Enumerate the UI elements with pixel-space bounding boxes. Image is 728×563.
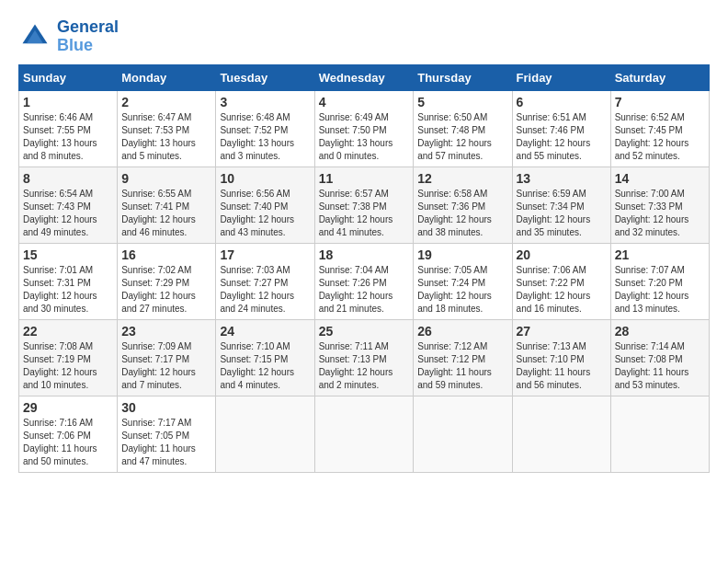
calendar-week-3: 15 Sunrise: 7:01 AMSunset: 7:31 PMDaylig… (19, 243, 710, 319)
calendar-header-row: SundayMondayTuesdayWednesdayThursdayFrid… (19, 64, 710, 90)
day-number: 18 (319, 247, 410, 262)
day-info: Sunrise: 6:58 AMSunset: 7:36 PMDaylight:… (417, 188, 507, 239)
day-number: 16 (121, 247, 211, 262)
day-info: Sunrise: 7:04 AMSunset: 7:26 PMDaylight:… (319, 264, 410, 316)
logo-icon (18, 20, 51, 53)
day-info: Sunrise: 7:02 AMSunset: 7:29 PMDaylight:… (121, 264, 211, 316)
calendar-cell: 1 Sunrise: 6:46 AMSunset: 7:55 PMDayligh… (19, 90, 118, 167)
calendar-cell: 18 Sunrise: 7:04 AMSunset: 7:26 PMDaylig… (314, 243, 414, 319)
col-header-wednesday: Wednesday (314, 64, 414, 90)
day-info: Sunrise: 7:07 AMSunset: 7:20 PMDaylight:… (615, 264, 705, 316)
day-info: Sunrise: 6:55 AMSunset: 7:41 PMDaylight:… (121, 188, 211, 239)
calendar-cell: 28 Sunrise: 7:14 AMSunset: 7:08 PMDaylig… (610, 319, 709, 396)
day-number: 11 (319, 171, 410, 186)
day-number: 23 (121, 324, 211, 339)
calendar-cell (414, 396, 512, 472)
day-number: 4 (319, 95, 410, 109)
day-info: Sunrise: 7:00 AMSunset: 7:33 PMDaylight:… (615, 188, 705, 239)
day-number: 25 (319, 324, 410, 339)
day-info: Sunrise: 6:52 AMSunset: 7:45 PMDaylight:… (615, 111, 705, 163)
calendar-cell: 22 Sunrise: 7:08 AMSunset: 7:19 PMDaylig… (19, 319, 118, 396)
day-number: 2 (121, 95, 211, 109)
day-info: Sunrise: 7:17 AMSunset: 7:05 PMDaylight:… (121, 417, 211, 468)
day-info: Sunrise: 7:01 AMSunset: 7:31 PMDaylight:… (23, 264, 113, 316)
calendar-cell: 30 Sunrise: 7:17 AMSunset: 7:05 PMDaylig… (118, 396, 216, 472)
day-info: Sunrise: 6:48 AMSunset: 7:52 PMDaylight:… (220, 111, 310, 163)
calendar-cell: 8 Sunrise: 6:54 AMSunset: 7:43 PMDayligh… (19, 167, 118, 243)
day-number: 13 (517, 171, 607, 186)
day-info: Sunrise: 6:46 AMSunset: 7:55 PMDaylight:… (23, 111, 113, 163)
day-info: Sunrise: 7:13 AMSunset: 7:10 PMDaylight:… (517, 340, 607, 392)
col-header-thursday: Thursday (414, 64, 512, 90)
calendar-week-1: 1 Sunrise: 6:46 AMSunset: 7:55 PMDayligh… (19, 90, 710, 167)
calendar-cell: 27 Sunrise: 7:13 AMSunset: 7:10 PMDaylig… (512, 319, 610, 396)
day-number: 21 (615, 247, 705, 262)
calendar-cell: 15 Sunrise: 7:01 AMSunset: 7:31 PMDaylig… (19, 243, 118, 319)
day-info: Sunrise: 7:16 AMSunset: 7:06 PMDaylight:… (23, 417, 113, 468)
calendar-cell: 10 Sunrise: 6:56 AMSunset: 7:40 PMDaylig… (216, 167, 314, 243)
calendar-cell: 11 Sunrise: 6:57 AMSunset: 7:38 PMDaylig… (314, 167, 414, 243)
day-number: 14 (615, 171, 705, 186)
page-header: General Blue (18, 18, 710, 55)
day-info: Sunrise: 6:59 AMSunset: 7:34 PMDaylight:… (517, 188, 607, 239)
calendar-cell: 3 Sunrise: 6:48 AMSunset: 7:52 PMDayligh… (216, 90, 314, 167)
day-number: 1 (23, 95, 113, 109)
calendar-cell: 14 Sunrise: 7:00 AMSunset: 7:33 PMDaylig… (610, 167, 709, 243)
calendar-week-4: 22 Sunrise: 7:08 AMSunset: 7:19 PMDaylig… (19, 319, 710, 396)
day-info: Sunrise: 6:49 AMSunset: 7:50 PMDaylight:… (319, 111, 410, 163)
col-header-monday: Monday (118, 64, 216, 90)
calendar-cell: 5 Sunrise: 6:50 AMSunset: 7:48 PMDayligh… (414, 90, 512, 167)
day-number: 10 (220, 171, 310, 186)
calendar-cell: 7 Sunrise: 6:52 AMSunset: 7:45 PMDayligh… (610, 90, 709, 167)
day-info: Sunrise: 6:54 AMSunset: 7:43 PMDaylight:… (23, 188, 113, 239)
day-number: 27 (517, 324, 607, 339)
calendar-cell: 17 Sunrise: 7:03 AMSunset: 7:27 PMDaylig… (216, 243, 314, 319)
day-number: 3 (220, 95, 310, 109)
day-info: Sunrise: 7:11 AMSunset: 7:13 PMDaylight:… (319, 340, 410, 392)
day-info: Sunrise: 7:10 AMSunset: 7:15 PMDaylight:… (220, 340, 310, 392)
col-header-sunday: Sunday (19, 64, 118, 90)
calendar-table: SundayMondayTuesdayWednesdayThursdayFrid… (18, 64, 710, 473)
calendar-cell: 29 Sunrise: 7:16 AMSunset: 7:06 PMDaylig… (19, 396, 118, 472)
logo: General Blue (18, 18, 119, 55)
day-number: 19 (417, 247, 507, 262)
calendar-cell: 20 Sunrise: 7:06 AMSunset: 7:22 PMDaylig… (512, 243, 610, 319)
col-header-saturday: Saturday (610, 64, 709, 90)
calendar-cell: 2 Sunrise: 6:47 AMSunset: 7:53 PMDayligh… (118, 90, 216, 167)
calendar-cell: 25 Sunrise: 7:11 AMSunset: 7:13 PMDaylig… (314, 319, 414, 396)
col-header-friday: Friday (512, 64, 610, 90)
day-number: 6 (517, 95, 607, 109)
day-info: Sunrise: 7:09 AMSunset: 7:17 PMDaylight:… (121, 340, 211, 392)
day-info: Sunrise: 7:05 AMSunset: 7:24 PMDaylight:… (417, 264, 507, 316)
day-number: 7 (615, 95, 705, 109)
calendar-cell: 13 Sunrise: 6:59 AMSunset: 7:34 PMDaylig… (512, 167, 610, 243)
calendar-cell: 21 Sunrise: 7:07 AMSunset: 7:20 PMDaylig… (610, 243, 709, 319)
day-number: 22 (23, 324, 113, 339)
day-info: Sunrise: 7:06 AMSunset: 7:22 PMDaylight:… (517, 264, 607, 316)
day-number: 24 (220, 324, 310, 339)
day-info: Sunrise: 7:08 AMSunset: 7:19 PMDaylight:… (23, 340, 113, 392)
day-info: Sunrise: 7:14 AMSunset: 7:08 PMDaylight:… (615, 340, 705, 392)
calendar-cell: 24 Sunrise: 7:10 AMSunset: 7:15 PMDaylig… (216, 319, 314, 396)
calendar-cell: 6 Sunrise: 6:51 AMSunset: 7:46 PMDayligh… (512, 90, 610, 167)
day-number: 15 (23, 247, 113, 262)
calendar-week-5: 29 Sunrise: 7:16 AMSunset: 7:06 PMDaylig… (19, 396, 710, 472)
calendar-cell: 23 Sunrise: 7:09 AMSunset: 7:17 PMDaylig… (118, 319, 216, 396)
calendar-cell: 12 Sunrise: 6:58 AMSunset: 7:36 PMDaylig… (414, 167, 512, 243)
day-number: 17 (220, 247, 310, 262)
col-header-tuesday: Tuesday (216, 64, 314, 90)
day-info: Sunrise: 7:03 AMSunset: 7:27 PMDaylight:… (220, 264, 310, 316)
calendar-week-2: 8 Sunrise: 6:54 AMSunset: 7:43 PMDayligh… (19, 167, 710, 243)
calendar-cell: 9 Sunrise: 6:55 AMSunset: 7:41 PMDayligh… (118, 167, 216, 243)
day-number: 8 (23, 171, 113, 186)
logo-text: General Blue (57, 18, 119, 55)
day-number: 28 (615, 324, 705, 339)
day-number: 26 (417, 324, 507, 339)
day-info: Sunrise: 6:47 AMSunset: 7:53 PMDaylight:… (121, 111, 211, 163)
day-info: Sunrise: 7:12 AMSunset: 7:12 PMDaylight:… (417, 340, 507, 392)
day-info: Sunrise: 6:50 AMSunset: 7:48 PMDaylight:… (417, 111, 507, 163)
calendar-cell: 16 Sunrise: 7:02 AMSunset: 7:29 PMDaylig… (118, 243, 216, 319)
calendar-cell: 26 Sunrise: 7:12 AMSunset: 7:12 PMDaylig… (414, 319, 512, 396)
day-number: 30 (121, 400, 211, 415)
calendar-cell (512, 396, 610, 472)
